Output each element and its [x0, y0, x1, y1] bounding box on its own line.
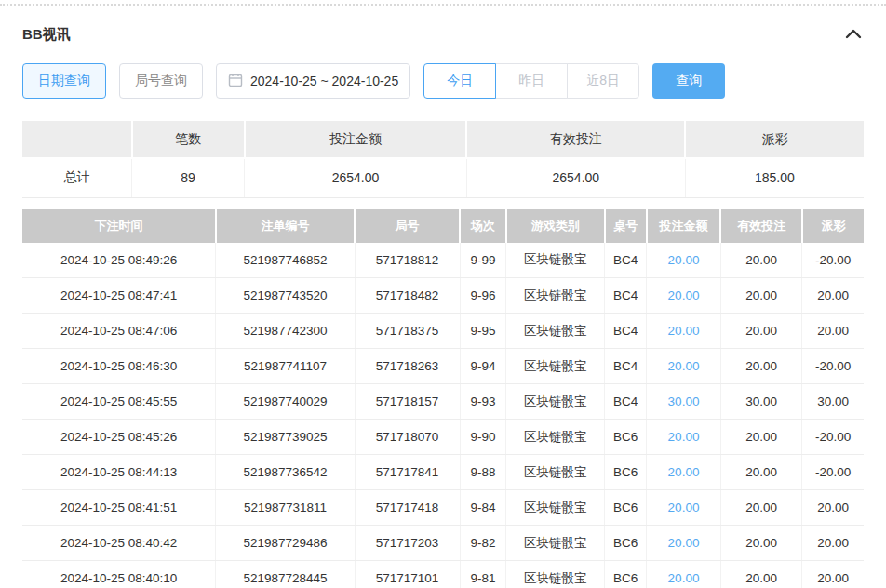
summary-header-cell: 投注金额 — [245, 121, 467, 158]
bet-amount-link[interactable]: 20.00 — [668, 465, 700, 479]
cell-game-type: 区块链骰宝 — [506, 278, 605, 314]
cell-session: 9-82 — [460, 526, 506, 561]
cell-bet-amount: 20.00 — [647, 349, 721, 384]
summary-table: 笔数 投注金额 有效投注 派彩 总计 89 2654.00 2654.00 18… — [22, 121, 864, 198]
cell-order-no: 521987731811 — [216, 490, 355, 526]
table-row: 2024-10-25 08:45:55521987740029571718157… — [22, 384, 864, 420]
cell-game-type: 区块链骰宝 — [506, 526, 605, 561]
cell-valid-bet: 20.00 — [720, 243, 802, 278]
bet-table-body: 2024-10-25 08:49:26521987746852571718812… — [22, 243, 864, 588]
bet-table-header-cell: 桌号 — [605, 209, 647, 243]
cell-payout: 20.00 — [802, 278, 864, 314]
cell-valid-bet: 20.00 — [720, 420, 802, 455]
bet-amount-link[interactable]: 20.00 — [668, 359, 700, 373]
summary-valid-bet: 2654.00 — [466, 158, 685, 197]
collapse-button[interactable] — [843, 24, 864, 45]
cell-valid-bet: 20.00 — [720, 490, 802, 526]
bet-table-header-row: 下注时间注单编号局号场次游戏类别桌号投注金额有效投注派彩 — [22, 209, 864, 243]
bet-amount-link[interactable]: 20.00 — [668, 536, 700, 550]
cell-session: 9-95 — [460, 314, 506, 349]
cell-time: 2024-10-25 08:41:51 — [22, 490, 216, 526]
cell-table-no: BC4 — [605, 349, 647, 384]
table-row: 2024-10-25 08:47:41521987743520571718482… — [22, 278, 864, 314]
bet-table-header-cell: 有效投注 — [720, 209, 802, 243]
bet-amount-link[interactable]: 20.00 — [668, 288, 700, 302]
table-row: 2024-10-25 08:44:13521987736542571717841… — [22, 455, 864, 490]
cell-valid-bet: 20.00 — [720, 455, 802, 490]
round-query-tab[interactable]: 局号查询 — [119, 63, 203, 99]
filter-row: 日期查询 局号查询 2024-10-25 ~ 2024-10-25 今日 昨日 … — [22, 63, 864, 99]
panel-header: BB视讯 — [22, 24, 864, 45]
cell-valid-bet: 30.00 — [720, 384, 802, 420]
summary-header-row: 笔数 投注金额 有效投注 派彩 — [22, 121, 864, 158]
cell-game-type: 区块链骰宝 — [506, 384, 605, 420]
cell-payout: 20.00 — [802, 561, 864, 588]
quick-last8days-button[interactable]: 近8日 — [567, 63, 639, 99]
cell-round-no: 571717101 — [355, 561, 460, 588]
bet-amount-link[interactable]: 20.00 — [668, 501, 700, 514]
bet-amount-link[interactable]: 20.00 — [668, 324, 700, 338]
cell-table-no: BC6 — [605, 526, 647, 561]
quick-today-button[interactable]: 今日 — [423, 63, 496, 99]
cell-round-no: 571717841 — [355, 455, 460, 490]
bet-amount-link[interactable]: 20.00 — [668, 253, 700, 267]
cell-order-no: 521987743520 — [216, 278, 355, 314]
cell-payout: 20.00 — [802, 314, 864, 349]
cell-session: 9-81 — [460, 561, 506, 588]
date-query-tab[interactable]: 日期查询 — [22, 63, 106, 99]
cell-session: 9-88 — [460, 455, 506, 490]
summary-total-count: 89 — [132, 158, 245, 197]
quick-yesterday-button[interactable]: 昨日 — [495, 63, 568, 99]
search-button[interactable]: 查询 — [652, 63, 725, 99]
cell-round-no: 571718157 — [355, 384, 460, 420]
cell-bet-amount: 20.00 — [647, 314, 721, 349]
cell-table-no: BC4 — [605, 243, 647, 278]
cell-bet-amount: 20.00 — [647, 420, 721, 455]
date-range-input[interactable]: 2024-10-25 ~ 2024-10-25 — [216, 63, 410, 99]
summary-bet-amount: 2654.00 — [245, 158, 467, 197]
summary-payout: 185.00 — [685, 158, 864, 197]
table-row: 2024-10-25 08:47:06521987742300571718375… — [22, 314, 864, 349]
cell-valid-bet: 20.00 — [720, 561, 802, 588]
cell-order-no: 521987742300 — [216, 314, 355, 349]
bet-table-header-cell: 局号 — [355, 209, 460, 243]
cell-table-no: BC4 — [605, 384, 647, 420]
cell-payout: -20.00 — [802, 420, 864, 455]
bet-table-header-cell: 派彩 — [802, 209, 864, 243]
cell-round-no: 571718263 — [355, 349, 460, 384]
cell-bet-amount: 20.00 — [647, 455, 721, 490]
summary-header-cell: 有效投注 — [466, 121, 685, 158]
cell-round-no: 571718482 — [355, 278, 460, 314]
summary-header-cell: 派彩 — [685, 121, 864, 158]
table-row: 2024-10-25 08:40:10521987728445571717101… — [22, 561, 864, 588]
cell-session: 9-84 — [460, 490, 506, 526]
bet-amount-link[interactable]: 30.00 — [668, 394, 700, 408]
top-dotted-divider — [0, 4, 886, 6]
bet-amount-link[interactable]: 20.00 — [668, 571, 700, 585]
bet-amount-link[interactable]: 20.00 — [668, 430, 700, 444]
table-row: 2024-10-25 08:40:42521987729486571717203… — [22, 526, 864, 561]
cell-bet-amount: 20.00 — [647, 526, 721, 561]
cell-game-type: 区块链骰宝 — [506, 455, 605, 490]
cell-order-no: 521987736542 — [216, 455, 355, 490]
bet-table-header-cell: 场次 — [460, 209, 506, 243]
cell-time: 2024-10-25 08:46:30 — [22, 349, 216, 384]
cell-valid-bet: 20.00 — [720, 526, 802, 561]
cell-table-no: BC4 — [605, 278, 647, 314]
table-row: 2024-10-25 08:45:26521987739025571718070… — [22, 420, 864, 455]
cell-payout: -20.00 — [802, 349, 864, 384]
cell-table-no: BC4 — [605, 314, 647, 349]
cell-time: 2024-10-25 08:49:26 — [22, 243, 216, 278]
calendar-icon — [228, 73, 243, 90]
cell-session: 9-99 — [460, 243, 506, 278]
cell-round-no: 571718375 — [355, 314, 460, 349]
cell-session: 9-96 — [460, 278, 506, 314]
bet-table-header-cell: 投注金额 — [647, 209, 721, 243]
cell-order-no: 521987728445 — [216, 561, 355, 588]
cell-valid-bet: 20.00 — [720, 278, 802, 314]
cell-order-no: 521987746852 — [216, 243, 355, 278]
cell-round-no: 571717418 — [355, 490, 460, 526]
cell-time: 2024-10-25 08:40:10 — [22, 561, 216, 588]
cell-time: 2024-10-25 08:47:41 — [22, 278, 216, 314]
cell-game-type: 区块链骰宝 — [506, 314, 605, 349]
